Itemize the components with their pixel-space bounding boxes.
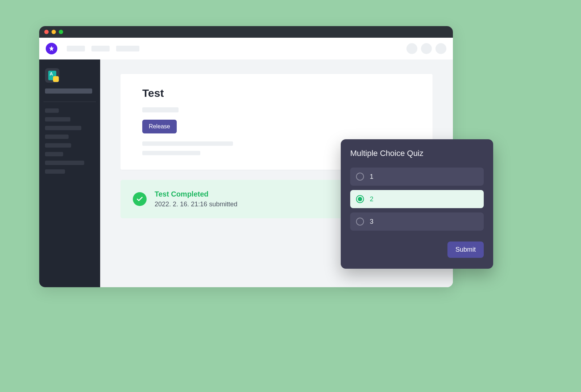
topbar-action-placeholder[interactable] xyxy=(421,43,432,54)
sidebar-item-placeholder[interactable] xyxy=(45,126,81,130)
sidebar-item-placeholder[interactable] xyxy=(45,143,71,148)
release-button[interactable]: Release xyxy=(142,120,177,133)
meta-placeholder xyxy=(142,107,179,112)
sidebar-item-placeholder[interactable] xyxy=(45,169,65,174)
nav-placeholder xyxy=(116,46,139,51)
sidebar-item-placeholder[interactable] xyxy=(45,135,69,139)
window-minimize-icon[interactable] xyxy=(52,30,56,34)
sidebar xyxy=(39,59,100,287)
quiz-panel: Multiple Choice Quiz 1 2 3 Submit xyxy=(341,139,493,269)
sidebar-item-placeholder[interactable] xyxy=(45,152,63,156)
body-placeholder xyxy=(142,151,200,155)
topbar-action-placeholder[interactable] xyxy=(406,43,417,54)
window-maximize-icon[interactable] xyxy=(59,30,63,34)
page-title: Test xyxy=(142,87,411,99)
submit-button[interactable]: Submit xyxy=(447,242,484,258)
body-placeholder xyxy=(142,141,233,146)
status-text: Test Completed 2022. 2. 16. 21:16 submit… xyxy=(155,190,237,208)
quiz-option-label: 1 xyxy=(370,173,373,181)
radio-icon xyxy=(356,173,364,181)
topbar-actions xyxy=(406,43,446,54)
sidebar-divider xyxy=(44,102,96,102)
window-close-icon[interactable] xyxy=(44,30,49,34)
nav-placeholder xyxy=(91,46,110,51)
quiz-option-label: 2 xyxy=(370,195,373,203)
radio-selected-icon xyxy=(356,195,364,203)
nav-placeholder xyxy=(67,46,85,51)
app-logo-icon[interactable] xyxy=(46,43,57,54)
top-nav xyxy=(39,38,453,59)
quiz-option-label: 3 xyxy=(370,218,373,226)
check-circle-icon xyxy=(133,192,147,206)
quiz-option-2[interactable]: 2 xyxy=(350,190,484,208)
status-heading: Test Completed xyxy=(155,190,237,198)
course-icon[interactable] xyxy=(45,68,60,83)
avatar[interactable] xyxy=(435,43,446,54)
quiz-option-3[interactable]: 3 xyxy=(350,212,484,231)
window-titlebar xyxy=(39,26,453,38)
sidebar-title-placeholder xyxy=(45,88,92,94)
sidebar-item-placeholder[interactable] xyxy=(45,108,59,113)
radio-icon xyxy=(356,218,364,226)
status-detail: 2022. 2. 16. 21:16 submitted xyxy=(155,201,237,208)
quiz-option-1[interactable]: 1 xyxy=(350,168,484,186)
sidebar-item-placeholder[interactable] xyxy=(45,117,70,121)
quiz-title: Multiple Choice Quiz xyxy=(350,149,484,158)
sidebar-item-placeholder[interactable] xyxy=(45,161,84,165)
